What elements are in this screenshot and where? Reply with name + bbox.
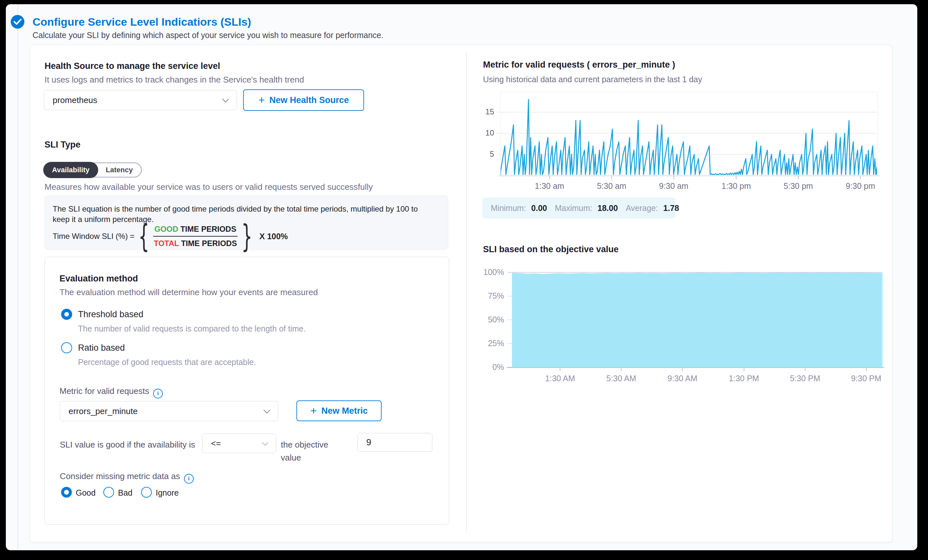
x-axis-tick-label: 1:30 AM bbox=[533, 374, 588, 383]
missing-label-text: Consider missing metric data as bbox=[60, 471, 180, 481]
x-axis-tick bbox=[736, 175, 737, 179]
info-icon[interactable]: i bbox=[153, 389, 163, 398]
metric-chart-subtitle: Using historical data and current parame… bbox=[483, 75, 702, 84]
evaluation-method-heading: Evaluation method bbox=[60, 274, 138, 284]
total-term-rest: TIME PERIODS bbox=[179, 239, 237, 248]
equation-lhs: Time Window SLI (%) = bbox=[53, 232, 134, 241]
new-metric-button-label: New Metric bbox=[322, 406, 368, 416]
x-axis-tick-label: 9:30 AM bbox=[655, 374, 710, 383]
new-health-source-button-label: New Health Source bbox=[269, 95, 349, 105]
x-axis-tick bbox=[866, 367, 867, 371]
x-axis-line bbox=[499, 175, 879, 176]
missing-data-ignore-label[interactable]: Ignore bbox=[156, 488, 179, 497]
x-axis-tick bbox=[549, 175, 550, 179]
sli-chart-title: SLI based on the objective value bbox=[483, 244, 618, 255]
y-axis-tick-label: 5 bbox=[471, 150, 494, 159]
objective-value-input[interactable] bbox=[357, 433, 432, 452]
equation-fraction: GOOD TIME PERIODS TOTAL TIME PERIODS bbox=[153, 224, 238, 248]
x-axis-tick-label: 1:30 pm bbox=[708, 182, 764, 191]
chevron-down-icon bbox=[263, 406, 271, 417]
new-metric-button[interactable]: + New Metric bbox=[296, 400, 382, 421]
evaluation-method-description: The evaluation method will determine how… bbox=[60, 287, 318, 298]
x-axis-tick bbox=[673, 175, 674, 179]
x-axis-tick bbox=[621, 367, 621, 371]
threshold-based-radio[interactable] bbox=[61, 309, 72, 320]
x-axis-tick-label: 5:30 am bbox=[584, 182, 640, 191]
y-axis-tick-label: 50% bbox=[473, 315, 504, 324]
y-axis-tick-label: 75% bbox=[473, 291, 504, 301]
y-axis-tick-label: 25% bbox=[473, 339, 504, 348]
x-axis-tick bbox=[798, 175, 799, 179]
x-axis-tick-label: 5:30 pm bbox=[771, 182, 826, 191]
ratio-based-description: Percentage of good requests that are acc… bbox=[78, 357, 256, 367]
equation-multiplier: X 100% bbox=[259, 232, 288, 241]
chevron-down-icon bbox=[262, 438, 269, 449]
new-health-source-button[interactable]: + New Health Source bbox=[243, 89, 364, 111]
x-axis-tick bbox=[860, 175, 861, 179]
x-axis-tick-label: 1:30 am bbox=[522, 182, 577, 191]
x-axis-line bbox=[507, 367, 884, 368]
x-axis-tick-label: 1:30 PM bbox=[716, 374, 772, 383]
good-term: GOOD bbox=[154, 224, 178, 233]
average-label: Average: bbox=[626, 203, 658, 213]
metric-chart-title: Metric for valid requests ( errors_per_m… bbox=[483, 60, 675, 70]
sli-equation: Time Window SLI (%) = { GOOD TIME PERIOD… bbox=[53, 224, 288, 248]
sli-type-option-availability[interactable]: Availability bbox=[43, 162, 98, 178]
valid-requests-metric-select[interactable]: errors_per_minute bbox=[60, 401, 278, 421]
metric-series bbox=[501, 92, 877, 175]
health-source-select-value: prometheus bbox=[53, 95, 97, 105]
sli-type-description: Measures how available your service was … bbox=[44, 182, 373, 192]
x-axis-tick-label: 5:30 PM bbox=[777, 374, 833, 383]
missing-data-good-label[interactable]: Good bbox=[76, 488, 96, 497]
chevron-down-icon bbox=[222, 95, 229, 105]
page-title: Configure Service Level Indicatiors (SLI… bbox=[32, 15, 251, 28]
y-axis-tick-label: 15 bbox=[471, 107, 494, 116]
operator-select-value: <= bbox=[211, 438, 221, 449]
metric-for-valid-requests-label: Metric for valid requestsi bbox=[60, 386, 163, 398]
metric-label-text: Metric for valid requests bbox=[60, 386, 149, 396]
x-axis-tick bbox=[682, 367, 682, 371]
sli-condition-prefix: SLI value is good if the availability is bbox=[60, 438, 203, 451]
minimum-label: Minimum: bbox=[491, 203, 526, 213]
missing-data-good-radio[interactable] bbox=[61, 487, 72, 497]
app-window: Configure Service Level Indicatiors (SLI… bbox=[0, 0, 928, 560]
operator-select[interactable]: <= bbox=[202, 433, 276, 453]
sli-condition-middle: the objective value bbox=[281, 438, 351, 464]
column-divider bbox=[466, 52, 467, 534]
x-axis-tick bbox=[744, 367, 744, 371]
missing-metric-data-label: Consider missing metric data asi bbox=[60, 471, 194, 484]
x-axis-tick-label: 9:30 am bbox=[646, 182, 701, 191]
x-axis-tick bbox=[560, 367, 560, 371]
x-axis-tick-label: 5:30 AM bbox=[594, 374, 649, 383]
y-axis-tick-label: 0% bbox=[473, 362, 504, 372]
sli-type-option-latency[interactable]: Latency bbox=[98, 163, 141, 177]
stepper-line bbox=[18, 4, 18, 549]
step-complete-check-icon bbox=[11, 15, 24, 29]
threshold-based-description: The number of valid requests is compared… bbox=[78, 324, 305, 333]
missing-data-bad-radio[interactable] bbox=[103, 487, 114, 497]
ratio-based-radio[interactable] bbox=[61, 342, 72, 353]
health-source-description: It uses logs and metrics to track change… bbox=[44, 75, 304, 85]
page-subtitle: Calculate your SLI by defining which asp… bbox=[32, 31, 383, 40]
sli-type-toggle: Availability Latency bbox=[43, 163, 142, 177]
y-axis-tick-label: 100% bbox=[473, 267, 504, 277]
threshold-based-label[interactable]: Threshold based bbox=[78, 310, 143, 319]
minimum-value: 0.00 bbox=[531, 203, 547, 213]
average-value: 1.78 bbox=[663, 203, 679, 213]
missing-data-bad-label[interactable]: Bad bbox=[118, 488, 132, 497]
sli-type-heading: SLI Type bbox=[44, 140, 81, 150]
maximum-value: 18.00 bbox=[597, 203, 618, 213]
ratio-based-label[interactable]: Ratio based bbox=[78, 343, 125, 353]
total-term: TOTAL bbox=[154, 239, 179, 248]
info-icon[interactable]: i bbox=[184, 474, 194, 484]
x-axis-tick bbox=[805, 367, 806, 371]
sli-area-series bbox=[512, 272, 882, 367]
x-axis-tick-label: 9:30 pm bbox=[833, 182, 888, 191]
health-source-heading: Health Source to manage the service leve… bbox=[44, 61, 220, 71]
sli-equation-box: The SLI equation is the number of good t… bbox=[44, 196, 448, 250]
missing-data-ignore-radio[interactable] bbox=[141, 487, 152, 497]
health-source-select[interactable]: prometheus bbox=[44, 90, 237, 110]
x-axis-tick-label: 9:30 PM bbox=[839, 374, 894, 383]
good-term-rest: TIME PERIODS bbox=[178, 224, 236, 233]
metric-select-value: errors_per_minute bbox=[69, 406, 137, 417]
